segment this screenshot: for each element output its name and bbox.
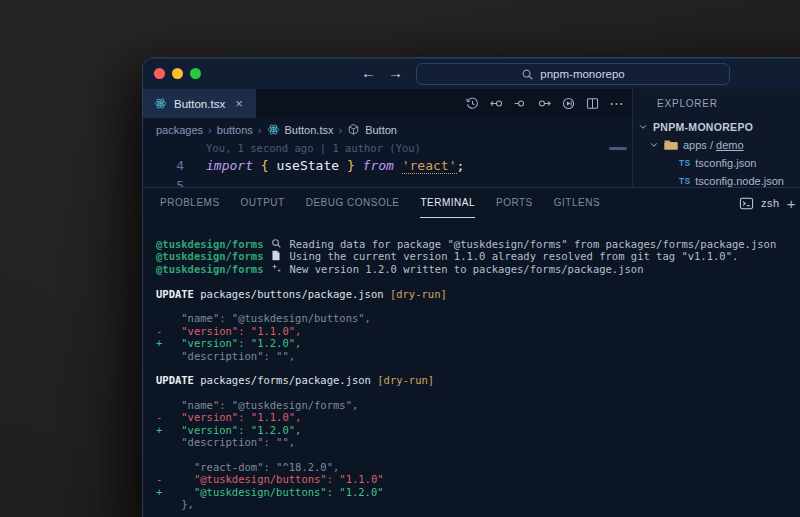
code-line-5-partial: 5 bbox=[143, 176, 632, 187]
tree-file-tsconfig-node[interactable]: TS tsconfig.node.json bbox=[633, 172, 800, 187]
symbol-cube-icon bbox=[347, 123, 360, 136]
code-text: import { useState } from 'react'; bbox=[184, 156, 464, 176]
breadcrumb: packages › buttons › Button.tsx › Button bbox=[143, 118, 632, 141]
run-debug-icon[interactable] bbox=[561, 96, 576, 111]
back-button[interactable]: ← bbox=[361, 62, 376, 84]
file-label: tsconfig.node.json bbox=[695, 175, 784, 187]
main-row: Button.tsx × packages › bbox=[143, 89, 800, 187]
shell-label[interactable]: zsh bbox=[761, 197, 780, 209]
explorer-title: EXPLORER bbox=[633, 89, 800, 118]
editor-tab-bar: Button.tsx × bbox=[143, 89, 632, 118]
split-editor-icon[interactable] bbox=[585, 96, 600, 111]
editor-actions bbox=[465, 89, 624, 118]
folder-label: apps / demo bbox=[683, 139, 744, 151]
folder-icon bbox=[664, 139, 678, 151]
terminal-tools: zsh + bbox=[739, 188, 796, 218]
folder-current: demo bbox=[716, 139, 744, 151]
breadcrumb-packages[interactable]: packages bbox=[156, 124, 203, 136]
terminal-line: - "version": "1.1.0", bbox=[156, 411, 800, 423]
next-change-icon[interactable] bbox=[537, 96, 552, 111]
react-icon bbox=[154, 97, 167, 110]
terminal-line bbox=[156, 275, 800, 287]
close-window-button[interactable] bbox=[154, 68, 165, 79]
tab-problems[interactable]: PROBLEMS bbox=[160, 188, 220, 218]
terminal-line bbox=[156, 387, 800, 399]
tab-button-tsx[interactable]: Button.tsx × bbox=[143, 89, 256, 118]
line-number: 5 bbox=[143, 176, 184, 187]
tab-debug-console[interactable]: DEBUG CONSOLE bbox=[306, 188, 400, 218]
breadcrumb-file[interactable]: Button.tsx bbox=[285, 124, 334, 136]
search-icon bbox=[521, 68, 534, 81]
terminal-line: }, bbox=[156, 498, 800, 510]
vscode-window: ← → pnpm-monorepo Button.tsx × bbox=[142, 57, 800, 517]
more-actions-icon[interactable] bbox=[609, 96, 624, 111]
chevron-down-icon bbox=[649, 140, 659, 150]
minimize-window-button[interactable] bbox=[172, 68, 183, 79]
terminal-line: "name": "@tuskdesign/forms", bbox=[156, 399, 800, 411]
tree-folder-apps-demo[interactable]: apps / demo bbox=[633, 136, 800, 154]
bottom-panel: PROBLEMS OUTPUT DEBUG CONSOLE TERMINAL P… bbox=[143, 187, 800, 517]
typescript-icon: TS bbox=[679, 158, 690, 168]
breadcrumb-buttons[interactable]: buttons bbox=[217, 124, 253, 136]
timeline-icon[interactable] bbox=[465, 96, 480, 111]
chevron-down-icon bbox=[638, 122, 648, 132]
panel-tab-bar: PROBLEMS OUTPUT DEBUG CONSOLE TERMINAL P… bbox=[143, 188, 800, 218]
breadcrumb-symbol[interactable]: Button bbox=[365, 124, 397, 136]
terminal-line: @tuskdesign/formsNew version 1.2.0 writt… bbox=[156, 263, 800, 275]
explorer-sidebar: EXPLORER PNPM-MONOREPO apps / demo TS ts… bbox=[633, 89, 800, 187]
terminal-line: "name": "@tuskdesign/buttons", bbox=[156, 312, 800, 324]
terminal-line: UPDATE packages/buttons/package.json [dr… bbox=[156, 288, 800, 300]
new-terminal-button[interactable]: + bbox=[787, 195, 796, 212]
titlebar: ← → pnpm-monorepo bbox=[143, 58, 800, 89]
terminal-line: "description": "", bbox=[156, 350, 800, 362]
file-tree: PNPM-MONOREPO apps / demo TS tsconfig.js… bbox=[633, 118, 800, 187]
tab-gitlens[interactable]: GITLENS bbox=[554, 188, 600, 218]
forward-button[interactable]: → bbox=[388, 62, 403, 84]
terminal-prompt-icon bbox=[739, 196, 754, 211]
typescript-icon: TS bbox=[679, 176, 690, 186]
terminal-line: + "version": "1.2.0", bbox=[156, 424, 800, 436]
command-center-search[interactable]: pnpm-monorepo bbox=[416, 63, 730, 85]
code-line-4: 4 import { useState } from 'react'; bbox=[143, 156, 632, 176]
tab-ports[interactable]: PORTS bbox=[496, 188, 533, 218]
desktop-background: ← → pnpm-monorepo Button.tsx × bbox=[0, 0, 800, 517]
terminal-line: UPDATE packages/forms/package.json [dry-… bbox=[156, 374, 800, 386]
line-number: 4 bbox=[143, 156, 184, 176]
terminal-line: @tuskdesign/formsReading data for packag… bbox=[156, 238, 800, 250]
terminal-line: "description": "", bbox=[156, 436, 800, 448]
terminal-line bbox=[156, 362, 800, 374]
terminal-line: + "@tuskdesign/buttons": "1.2.0" bbox=[156, 486, 800, 498]
open-changes-icon[interactable] bbox=[513, 96, 528, 111]
tab-terminal[interactable]: TERMINAL bbox=[420, 188, 475, 218]
tab-label: Button.tsx bbox=[174, 98, 225, 110]
terminal-line: @tuskdesign/formsUsing the current versi… bbox=[156, 250, 800, 262]
terminal-line bbox=[156, 449, 800, 461]
editor-scrollbar-thumb[interactable] bbox=[609, 147, 627, 150]
history-navigation: ← → bbox=[361, 62, 403, 84]
previous-change-icon[interactable] bbox=[489, 96, 504, 111]
breadcrumb-separator: › bbox=[258, 124, 262, 136]
zoom-window-button[interactable] bbox=[190, 68, 201, 79]
traffic-lights bbox=[154, 68, 201, 79]
terminal-line: "react-dom": "^18.2.0", bbox=[156, 461, 800, 473]
root-label: PNPM-MONOREPO bbox=[653, 121, 753, 133]
terminal-line: - "@tuskdesign/buttons": "1.1.0" bbox=[156, 473, 800, 485]
breadcrumb-separator: › bbox=[338, 124, 342, 136]
editor-group: Button.tsx × packages › bbox=[143, 89, 633, 187]
terminal-line: - "version": "1.1.0", bbox=[156, 325, 800, 337]
git-blame-annotation: You, 1 second ago | 1 author (You) bbox=[143, 141, 632, 156]
tab-output[interactable]: OUTPUT bbox=[241, 188, 285, 218]
code-editor[interactable]: You, 1 second ago | 1 author (You) 4 imp… bbox=[143, 141, 632, 187]
file-label: tsconfig.json bbox=[695, 157, 756, 169]
tree-file-tsconfig[interactable]: TS tsconfig.json bbox=[633, 154, 800, 172]
search-icon bbox=[263, 238, 289, 250]
terminal-line: + "version": "1.2.0", bbox=[156, 337, 800, 349]
react-icon bbox=[267, 123, 280, 136]
document-icon bbox=[263, 250, 289, 262]
terminal-output[interactable]: @tuskdesign/formsReading data for packag… bbox=[143, 218, 800, 517]
tree-root-pnpm-monorepo[interactable]: PNPM-MONOREPO bbox=[633, 118, 800, 136]
search-value: pnpm-monorepo bbox=[540, 68, 624, 80]
terminal-line bbox=[156, 300, 800, 312]
close-tab-icon[interactable]: × bbox=[235, 96, 243, 111]
breadcrumb-separator: › bbox=[208, 124, 212, 136]
